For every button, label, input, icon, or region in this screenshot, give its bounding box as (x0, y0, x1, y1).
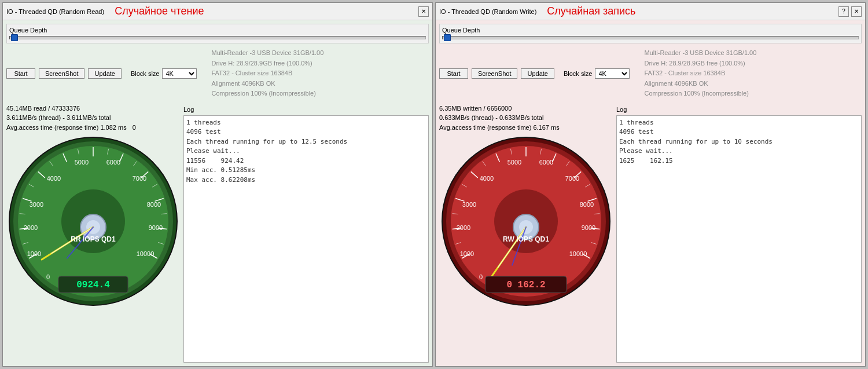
svg-text:5000: 5000 (75, 159, 89, 166)
right-block-size-select[interactable]: 4K 8K 16K 32K 64K (595, 68, 630, 79)
right-log-box[interactable]: 1 threads 4096 test Each thread running … (616, 115, 862, 363)
right-screenshot-button[interactable]: ScreenShot (472, 68, 517, 79)
right-device-line4: Alignment 4096KB OK (645, 79, 862, 89)
left-stat-line3: Avg.access time (response time) 1.082 ms (6, 123, 127, 133)
right-left-panel: 6.35MB written / 6656000 0.633MB/s (thre… (439, 104, 613, 363)
svg-text:9000: 9000 (149, 224, 163, 231)
left-device-line2: Drive H: 28.9/28.9GB free (100.0%) (212, 59, 429, 69)
svg-text:9000: 9000 (582, 224, 595, 231)
svg-text:7000: 7000 (565, 175, 579, 182)
left-queue-section: Queue Depth (6, 24, 429, 43)
left-right-panel: Log 1 threads 4096 test Each thread runn… (183, 104, 429, 363)
left-queue-label: Queue Depth (9, 27, 426, 34)
right-right-panel: Log 1 threads 4096 test Each thread runn… (616, 104, 862, 363)
right-start-button[interactable]: Start (439, 68, 468, 79)
right-window: IO - Threaded QD (Random Write) Случайна… (435, 2, 866, 367)
right-update-button[interactable]: Update (521, 68, 554, 79)
svg-text:2000: 2000 (457, 224, 470, 231)
svg-text:1000: 1000 (27, 250, 41, 257)
left-device-line5: Compression 100% (Incompressible) (212, 89, 429, 99)
right-log-line-3: Each thread running for up to 10 seconds (619, 137, 859, 147)
left-block-size-group: Block size 4K 8K 16K 32K 64K 128K 512K 1… (131, 68, 197, 79)
svg-text:4000: 4000 (47, 175, 61, 182)
right-stat-line2: 0.633MB/s (thread) - 0.633MB/s total (439, 113, 613, 123)
left-device-info-inline: Multi-Reader -3 USB Device 31GB/1.00 Dri… (212, 48, 429, 99)
right-queue-label: Queue Depth (442, 27, 859, 34)
right-log-line-2: 4096 test (619, 127, 859, 137)
right-gauge-container: 0 1000 2000 3000 4000 5000 6000 7000 800… (439, 134, 613, 308)
left-log-box[interactable]: 1 threads 4096 test Each thread running … (183, 115, 429, 363)
left-log-label: Log (183, 106, 429, 113)
left-log-line-4: Please wait... (186, 147, 426, 156)
left-device-line4: Alignment 4096KB OK (212, 79, 429, 89)
svg-text:10000: 10000 (137, 250, 155, 257)
right-window-title: IO - Threaded QD (Random Write) (439, 8, 536, 15)
svg-text:6000: 6000 (539, 159, 553, 166)
right-controls-row: Start ScreenShot Update Block size 4K 8K… (439, 46, 862, 101)
left-window: IO - Threaded QD (Random Read) Случайное… (2, 2, 433, 367)
left-device-line3: FAT32 - Cluster size 16384B (212, 68, 429, 79)
right-block-size-group: Block size 4K 8K 16K 32K 64K (564, 68, 630, 79)
svg-text:1000: 1000 (460, 250, 474, 257)
svg-text:6000: 6000 (106, 159, 120, 166)
right-help-button[interactable]: ? (838, 6, 849, 17)
right-info-section: 6.35MB written / 6656000 0.633MB/s (thre… (439, 104, 862, 363)
left-gauge-svg: 0 1000 2000 3000 4000 5000 (6, 134, 180, 308)
left-close-button[interactable]: ✕ (418, 6, 429, 17)
left-update-button[interactable]: Update (88, 68, 121, 79)
right-gauge-svg: 0 1000 2000 3000 4000 5000 6000 7000 800… (439, 134, 613, 308)
svg-text:5000: 5000 (507, 159, 521, 166)
svg-text:2000: 2000 (24, 224, 38, 231)
left-log-line-6: Min acc. 0.51285ms (186, 166, 426, 176)
right-device-line3: FAT32 - Cluster size 16384B (645, 68, 862, 79)
svg-text:8000: 8000 (580, 201, 594, 208)
right-window-content: Queue Depth Start ScreenShot Update Bloc… (436, 20, 865, 366)
left-window-content: Queue Depth Start ScreenShot Update Bloc… (3, 20, 432, 366)
left-screenshot-button[interactable]: ScreenShot (39, 68, 84, 79)
left-left-panel: 45.14MB read / 47333376 3.611MB/s (threa… (6, 104, 180, 363)
left-title-bar: IO - Threaded QD (Random Read) Случайное… (3, 3, 432, 20)
right-device-line1: Multi-Reader -3 USB Device 31GB/1.00 (645, 48, 862, 59)
right-device-line5: Compression 100% (Incompressible) (645, 89, 862, 99)
left-window-controls: ✕ (418, 6, 429, 17)
right-queue-slider-track[interactable] (442, 36, 859, 39)
right-stat-line1: 6.35MB written / 6656000 (439, 104, 613, 114)
left-device-info: Multi-Reader -3 USB Device 31GB/1.00 Dri… (212, 48, 429, 99)
svg-text:0: 0 (46, 273, 50, 280)
svg-text:0 162.2: 0 162.2 (506, 280, 545, 290)
left-log-line-1: 1 threads (186, 118, 426, 128)
left-block-size-label: Block size (131, 70, 160, 77)
left-log-line-5: 11556 924.42 (186, 156, 426, 166)
svg-text:10000: 10000 (569, 250, 587, 257)
right-queue-slider-thumb[interactable] (444, 34, 451, 41)
left-info-section: 45.14MB read / 47333376 3.611MB/s (threa… (6, 104, 429, 363)
svg-text:RW IOPS QD1: RW IOPS QD1 (503, 235, 549, 243)
right-window-controls: ? ✕ (838, 6, 862, 17)
left-queue-slider-thumb[interactable] (11, 34, 18, 41)
right-device-info: Multi-Reader -3 USB Device 31GB/1.00 Dri… (645, 48, 862, 99)
left-queue-slider-track[interactable] (9, 36, 426, 39)
right-close-button[interactable]: ✕ (851, 6, 862, 17)
svg-text:3000: 3000 (30, 201, 43, 208)
left-block-size-select[interactable]: 4K 8K 16K 32K 64K 128K 512K 1MB (162, 68, 197, 79)
right-log-line-5: 1625 162.15 (619, 156, 859, 166)
svg-text:7000: 7000 (133, 175, 146, 182)
left-stat-line3-row: Avg.access time (response time) 1.082 ms… (6, 123, 180, 133)
right-stats: 6.35MB written / 6656000 0.633MB/s (thre… (439, 104, 613, 133)
right-window-title-ru: Случайная запись (547, 5, 635, 17)
right-log-line-1: 1 threads (619, 118, 859, 128)
left-stat-extra: 0 (133, 123, 136, 133)
left-window-title: IO - Threaded QD (Random Read) (6, 8, 104, 15)
right-queue-section: Queue Depth (439, 24, 862, 43)
left-gauge-container: 0 1000 2000 3000 4000 5000 (6, 134, 180, 308)
svg-text:0: 0 (479, 273, 483, 280)
left-stat-line1: 45.14MB read / 47333376 (6, 104, 180, 114)
svg-text:4000: 4000 (480, 175, 494, 182)
left-window-title-ru: Случайное чтение (115, 5, 204, 17)
left-log-line-2: 4096 test (186, 127, 426, 137)
left-start-button[interactable]: Start (6, 68, 35, 79)
left-stats: 45.14MB read / 47333376 3.611MB/s (threa… (6, 104, 180, 133)
svg-text:RR IOPS QD1: RR IOPS QD1 (71, 235, 116, 243)
svg-text:3000: 3000 (462, 201, 476, 208)
left-log-line-3: Each thread running for up to 12.5 secon… (186, 137, 426, 147)
